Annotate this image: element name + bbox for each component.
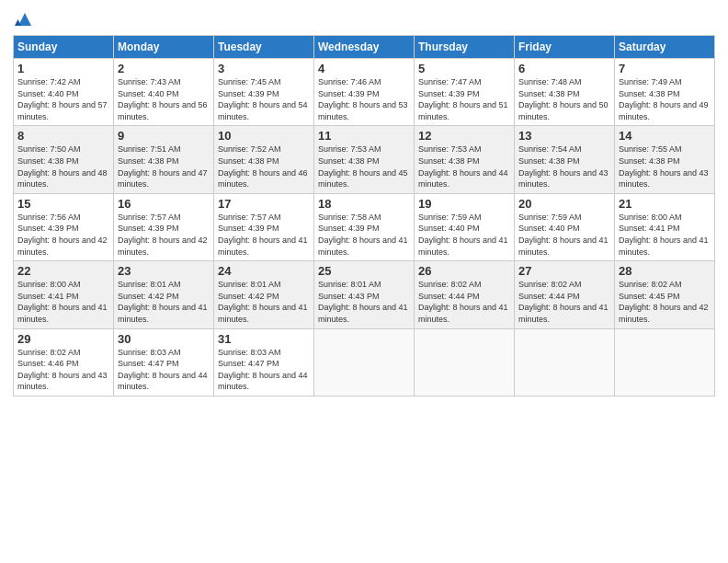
day-info: Sunrise: 7:49 AMSunset: 4:38 PMDaylight:…: [619, 76, 711, 122]
day-number: 2: [118, 62, 210, 75]
day-info: Sunrise: 8:01 AMSunset: 4:42 PMDaylight:…: [218, 279, 310, 325]
calendar-container: SundayMondayTuesdayWednesdayThursdayFrid…: [0, 0, 728, 563]
day-info: Sunrise: 8:00 AMSunset: 4:41 PMDaylight:…: [619, 212, 711, 258]
calendar-week-row: 29Sunrise: 8:02 AMSunset: 4:46 PMDayligh…: [14, 328, 715, 396]
day-number: 17: [218, 197, 310, 211]
day-info: Sunrise: 8:01 AMSunset: 4:43 PMDaylight:…: [318, 279, 410, 325]
day-number: 15: [17, 197, 109, 211]
day-info: Sunrise: 7:58 AMSunset: 4:39 PMDaylight:…: [318, 212, 410, 258]
calendar-day-cell: 22Sunrise: 8:00 AMSunset: 4:41 PMDayligh…: [14, 261, 114, 328]
calendar-day-cell: 19Sunrise: 7:59 AMSunset: 4:40 PMDayligh…: [415, 193, 515, 260]
logo-text: [13, 9, 35, 29]
day-info: Sunrise: 7:57 AMSunset: 4:39 PMDaylight:…: [118, 212, 210, 258]
calendar-day-cell: [615, 328, 715, 396]
calendar-day-cell: 29Sunrise: 8:02 AMSunset: 4:46 PMDayligh…: [14, 328, 114, 396]
day-number: 9: [118, 129, 210, 143]
day-number: 12: [418, 129, 510, 143]
day-number: 30: [118, 332, 210, 346]
calendar-day-cell: 1Sunrise: 7:42 AMSunset: 4:40 PMDaylight…: [14, 59, 114, 126]
calendar-day-cell: 31Sunrise: 8:03 AMSunset: 4:47 PMDayligh…: [214, 328, 314, 396]
day-number: 27: [518, 264, 610, 278]
day-info: Sunrise: 7:42 AMSunset: 4:40 PMDaylight:…: [17, 76, 109, 122]
day-number: 26: [418, 264, 510, 278]
day-info: Sunrise: 8:03 AMSunset: 4:47 PMDaylight:…: [218, 347, 310, 393]
day-number: 31: [218, 332, 310, 346]
calendar-day-cell: 15Sunrise: 7:56 AMSunset: 4:39 PMDayligh…: [14, 193, 114, 260]
day-info: Sunrise: 7:54 AMSunset: 4:38 PMDaylight:…: [518, 144, 610, 190]
weekday-header: Friday: [515, 36, 615, 59]
day-number: 28: [619, 264, 711, 278]
calendar-day-cell: 17Sunrise: 7:57 AMSunset: 4:39 PMDayligh…: [214, 193, 314, 260]
day-info: Sunrise: 7:51 AMSunset: 4:38 PMDaylight:…: [118, 144, 210, 190]
calendar-day-cell: 6Sunrise: 7:48 AMSunset: 4:38 PMDaylight…: [515, 59, 615, 126]
calendar-day-cell: 24Sunrise: 8:01 AMSunset: 4:42 PMDayligh…: [214, 261, 314, 328]
calendar-day-cell: 16Sunrise: 7:57 AMSunset: 4:39 PMDayligh…: [114, 193, 214, 260]
calendar-day-cell: 9Sunrise: 7:51 AMSunset: 4:38 PMDaylight…: [114, 126, 214, 193]
day-info: Sunrise: 8:02 AMSunset: 4:44 PMDaylight:…: [418, 279, 510, 325]
calendar-day-cell: 10Sunrise: 7:52 AMSunset: 4:38 PMDayligh…: [214, 126, 314, 193]
logo-icon: [15, 9, 35, 29]
calendar-day-cell: 25Sunrise: 8:01 AMSunset: 4:43 PMDayligh…: [314, 261, 415, 328]
day-info: Sunrise: 7:46 AMSunset: 4:39 PMDaylight:…: [318, 76, 410, 122]
day-number: 4: [318, 62, 410, 75]
calendar-day-cell: 7Sunrise: 7:49 AMSunset: 4:38 PMDaylight…: [615, 59, 715, 126]
weekday-header: Monday: [114, 36, 214, 59]
day-info: Sunrise: 7:52 AMSunset: 4:38 PMDaylight:…: [218, 144, 310, 190]
day-number: 20: [518, 197, 610, 211]
day-info: Sunrise: 7:55 AMSunset: 4:38 PMDaylight:…: [619, 144, 711, 190]
header: [13, 9, 715, 29]
day-number: 25: [318, 264, 410, 278]
calendar-day-cell: 23Sunrise: 8:01 AMSunset: 4:42 PMDayligh…: [114, 261, 214, 328]
calendar-week-row: 8Sunrise: 7:50 AMSunset: 4:38 PMDaylight…: [14, 126, 715, 193]
weekday-header: Tuesday: [214, 36, 314, 59]
day-info: Sunrise: 8:01 AMSunset: 4:42 PMDaylight:…: [118, 279, 210, 325]
day-info: Sunrise: 8:03 AMSunset: 4:47 PMDaylight:…: [118, 347, 210, 393]
day-info: Sunrise: 7:57 AMSunset: 4:39 PMDaylight:…: [218, 212, 310, 258]
calendar-day-cell: 20Sunrise: 7:59 AMSunset: 4:40 PMDayligh…: [515, 193, 615, 260]
day-number: 23: [118, 264, 210, 278]
day-number: 18: [318, 197, 410, 211]
calendar-header-row: SundayMondayTuesdayWednesdayThursdayFrid…: [14, 36, 715, 59]
calendar-day-cell: 12Sunrise: 7:53 AMSunset: 4:38 PMDayligh…: [415, 126, 515, 193]
day-number: 24: [218, 264, 310, 278]
day-number: 7: [619, 62, 711, 75]
calendar-week-row: 15Sunrise: 7:56 AMSunset: 4:39 PMDayligh…: [14, 193, 715, 260]
calendar-day-cell: 8Sunrise: 7:50 AMSunset: 4:38 PMDaylight…: [14, 126, 114, 193]
day-info: Sunrise: 7:47 AMSunset: 4:39 PMDaylight:…: [418, 76, 510, 122]
logo: [13, 9, 35, 29]
svg-marker-0: [18, 13, 31, 26]
day-number: 19: [418, 197, 510, 211]
day-info: Sunrise: 7:48 AMSunset: 4:38 PMDaylight:…: [518, 76, 610, 122]
weekday-header: Wednesday: [314, 36, 415, 59]
calendar-day-cell: [515, 328, 615, 396]
calendar-day-cell: 11Sunrise: 7:53 AMSunset: 4:38 PMDayligh…: [314, 126, 415, 193]
day-number: 13: [518, 129, 610, 143]
day-info: Sunrise: 7:43 AMSunset: 4:40 PMDaylight:…: [118, 76, 210, 122]
day-info: Sunrise: 7:53 AMSunset: 4:38 PMDaylight:…: [318, 144, 410, 190]
day-info: Sunrise: 8:02 AMSunset: 4:45 PMDaylight:…: [619, 279, 711, 325]
day-number: 14: [619, 129, 711, 143]
weekday-header: Thursday: [415, 36, 515, 59]
calendar-day-cell: 3Sunrise: 7:45 AMSunset: 4:39 PMDaylight…: [214, 59, 314, 126]
calendar-day-cell: 28Sunrise: 8:02 AMSunset: 4:45 PMDayligh…: [615, 261, 715, 328]
day-number: 6: [518, 62, 610, 75]
calendar-day-cell: 14Sunrise: 7:55 AMSunset: 4:38 PMDayligh…: [615, 126, 715, 193]
calendar-week-row: 22Sunrise: 8:00 AMSunset: 4:41 PMDayligh…: [14, 261, 715, 328]
calendar-table: SundayMondayTuesdayWednesdayThursdayFrid…: [13, 35, 715, 396]
calendar-day-cell: [415, 328, 515, 396]
calendar-day-cell: 30Sunrise: 8:03 AMSunset: 4:47 PMDayligh…: [114, 328, 214, 396]
day-info: Sunrise: 7:53 AMSunset: 4:38 PMDaylight:…: [418, 144, 510, 190]
calendar-day-cell: 5Sunrise: 7:47 AMSunset: 4:39 PMDaylight…: [415, 59, 515, 126]
day-number: 3: [218, 62, 310, 75]
day-number: 21: [619, 197, 711, 211]
day-number: 8: [17, 129, 109, 143]
day-number: 10: [218, 129, 310, 143]
calendar-day-cell: 26Sunrise: 8:02 AMSunset: 4:44 PMDayligh…: [415, 261, 515, 328]
calendar-day-cell: 21Sunrise: 8:00 AMSunset: 4:41 PMDayligh…: [615, 193, 715, 260]
day-info: Sunrise: 8:02 AMSunset: 4:46 PMDaylight:…: [17, 347, 109, 393]
day-number: 1: [17, 62, 109, 75]
day-info: Sunrise: 8:02 AMSunset: 4:44 PMDaylight:…: [518, 279, 610, 325]
weekday-header: Saturday: [615, 36, 715, 59]
day-info: Sunrise: 7:59 AMSunset: 4:40 PMDaylight:…: [518, 212, 610, 258]
day-number: 5: [418, 62, 510, 75]
